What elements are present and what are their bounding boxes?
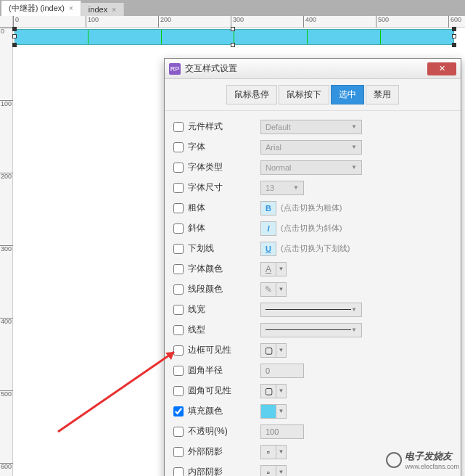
tab-label: (中继器) (index): [9, 3, 65, 14]
ruler-mark: 400: [0, 318, 13, 325]
chevron-down-icon[interactable]: ▼: [276, 465, 287, 477]
prop-checkbox[interactable]: [173, 467, 184, 477]
tab-index[interactable]: index ×: [81, 3, 124, 16]
prop-label: 字体类型: [188, 161, 260, 173]
selection-handle[interactable]: [12, 34, 17, 38]
prop-label: 线型: [188, 324, 260, 336]
tab-repeater-index[interactable]: (中继器) (index) ×: [1, 1, 81, 16]
italic-toggle[interactable]: I: [260, 221, 276, 236]
selection-handle[interactable]: [231, 27, 235, 31]
prop-checkbox[interactable]: [173, 447, 184, 457]
opacity-input[interactable]: [260, 424, 304, 439]
dialog-titlebar[interactable]: RP 交互样式设置 ✕: [165, 59, 461, 79]
repeater-cell[interactable]: [308, 30, 381, 44]
hint-text: (点击切换为粗体): [281, 203, 342, 212]
repeater-cell[interactable]: [234, 30, 308, 44]
fill-color-swatch[interactable]: [260, 404, 276, 419]
repeater-cell[interactable]: [89, 30, 162, 44]
prop-base-style: 元件样式 Default▼: [173, 117, 452, 136]
prop-label: 边框可见性: [188, 344, 260, 356]
prop-checkbox[interactable]: [173, 406, 184, 416]
prop-label: 粗体: [188, 202, 260, 214]
line-style-select[interactable]: ▼: [260, 323, 362, 337]
font-color-swatch[interactable]: A: [260, 262, 276, 276]
bold-toggle[interactable]: B: [260, 201, 276, 216]
prop-bold: 粗体 B(点击切换为粗体): [173, 198, 452, 218]
app-icon: RP: [169, 63, 181, 75]
selection-handle[interactable]: [452, 43, 456, 47]
prop-font-size: 字体尺寸 13▼: [173, 178, 452, 197]
selection-handle[interactable]: [452, 27, 456, 31]
prop-checkbox[interactable]: [173, 427, 184, 437]
close-button[interactable]: ✕: [427, 62, 456, 75]
inner-shadow-swatch[interactable]: ▫: [260, 465, 276, 477]
close-icon[interactable]: ×: [69, 4, 73, 12]
tab-mouseover[interactable]: 鼠标悬停: [226, 85, 277, 104]
prop-checkbox[interactable]: [173, 305, 184, 315]
chevron-down-icon: ▼: [351, 144, 357, 150]
prop-checkbox[interactable]: [173, 183, 184, 193]
close-icon[interactable]: ×: [112, 6, 116, 14]
prop-corner-visibility: 圆角可见性 ▢▼: [173, 381, 452, 401]
prop-checkbox[interactable]: [173, 163, 184, 173]
tab-disabled[interactable]: 禁用: [366, 85, 399, 104]
repeater-cell[interactable]: [15, 30, 89, 44]
prop-checkbox[interactable]: [173, 203, 184, 213]
prop-checkbox[interactable]: [173, 142, 184, 152]
ruler-mark: 200: [0, 173, 13, 180]
outer-shadow-swatch[interactable]: ▫: [260, 445, 276, 459]
ruler-mark: 300: [0, 245, 13, 253]
prop-checkbox[interactable]: [173, 284, 184, 295]
prop-font-color: 字体颜色 A▼: [173, 259, 452, 279]
font-type-select[interactable]: Normal▼: [260, 160, 362, 175]
prop-label: 圆角可见性: [188, 385, 260, 397]
chevron-down-icon: ▼: [351, 327, 357, 333]
prop-checkbox[interactable]: [173, 244, 184, 254]
line-color-swatch[interactable]: ✎: [260, 282, 276, 297]
watermark-icon: [386, 452, 402, 468]
prop-label: 下划线: [188, 242, 260, 255]
chevron-down-icon[interactable]: ▼: [276, 343, 287, 358]
ruler-vertical[interactable]: 0 100 200 300 400 500 600: [0, 28, 13, 476]
corner-vis-swatch[interactable]: ▢: [260, 384, 276, 398]
chevron-down-icon[interactable]: ▼: [276, 282, 287, 297]
line-width-select[interactable]: ▼: [260, 303, 362, 317]
chevron-down-icon[interactable]: ▼: [276, 262, 287, 276]
prop-checkbox[interactable]: [173, 325, 184, 335]
ruler-mark: 500: [376, 16, 389, 28]
prop-checkbox[interactable]: [173, 386, 184, 396]
font-select[interactable]: Arial▼: [260, 140, 362, 155]
prop-underline: 下划线 U(点击切换为下划线): [173, 239, 452, 258]
ruler-mark: 400: [303, 16, 316, 28]
ruler-horizontal[interactable]: 0 100 200 300 400 500 600: [13, 16, 465, 28]
selection-handle[interactable]: [12, 27, 17, 31]
ruler-mark: 600: [0, 463, 13, 470]
prop-label: 字体颜色: [188, 263, 260, 275]
repeater-cell[interactable]: [381, 30, 453, 44]
repeater-cell[interactable]: [162, 30, 235, 44]
dialog-body: 元件样式 Default▼ 字体 Arial▼ 字体类型 Normal▼ 字体尺…: [165, 111, 461, 476]
prop-checkbox[interactable]: [173, 366, 184, 376]
font-size-select[interactable]: 13▼: [260, 181, 304, 195]
selection-handle[interactable]: [231, 43, 235, 47]
ruler-mark: 500: [0, 390, 13, 398]
chevron-down-icon[interactable]: ▼: [276, 384, 287, 398]
border-vis-swatch[interactable]: ▢: [260, 343, 276, 358]
prop-checkbox[interactable]: [173, 264, 184, 274]
ruler-mark: 600: [448, 16, 461, 28]
selection-handle[interactable]: [12, 43, 17, 47]
tab-selected[interactable]: 选中: [331, 85, 364, 104]
underline-toggle[interactable]: U: [260, 242, 276, 256]
prop-checkbox[interactable]: [173, 122, 184, 132]
prop-checkbox[interactable]: [173, 345, 184, 356]
chevron-down-icon[interactable]: ▼: [276, 445, 287, 459]
dialog-title: 交互样式设置: [185, 62, 427, 75]
chevron-down-icon[interactable]: ▼: [276, 404, 287, 419]
tab-mousedown[interactable]: 鼠标按下: [279, 85, 329, 104]
prop-checkbox[interactable]: [173, 223, 184, 234]
selection-handle[interactable]: [452, 34, 456, 38]
interaction-styles-dialog: RP 交互样式设置 ✕ 鼠标悬停 鼠标按下 选中 禁用 元件样式 Default…: [164, 58, 461, 476]
corner-radius-input[interactable]: [260, 364, 304, 378]
base-style-select[interactable]: Default▼: [260, 120, 362, 134]
prop-italic: 斜体 I(点击切换为斜体): [173, 218, 452, 238]
